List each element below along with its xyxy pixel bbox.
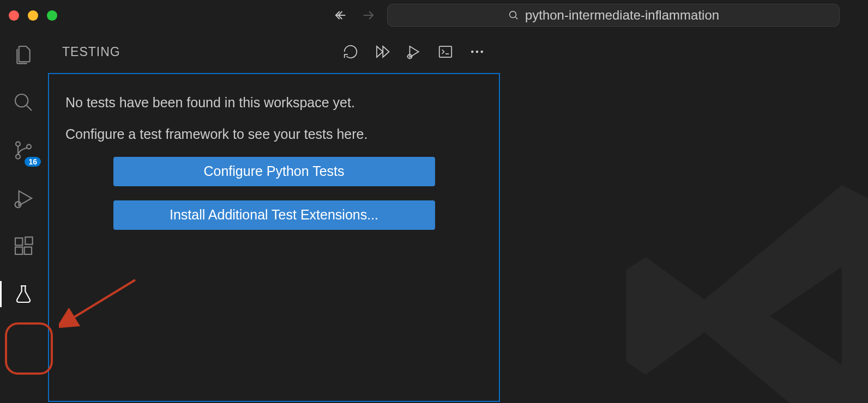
source-control-badge: 16 [25,157,41,167]
search-icon [508,9,520,21]
refresh-icon [342,44,359,60]
command-center-search[interactable]: python-intermediate-inflammation [387,4,840,27]
svg-rect-9 [25,237,32,244]
svg-point-2 [16,142,20,146]
configure-button-label: Configure Python Tests [203,163,344,179]
search-view-button[interactable] [10,89,37,115]
svg-point-4 [27,144,31,149]
run-debug-view-button[interactable] [10,185,37,211]
panel-title: TESTING [62,45,120,59]
panel-header: TESTING [47,30,501,73]
history-nav [333,8,376,23]
svg-point-13 [476,51,479,53]
terminal-icon [437,44,454,60]
explorer-view-button[interactable] [10,41,37,68]
svg-rect-8 [25,247,32,254]
svg-point-3 [16,155,20,159]
ellipsis-icon [469,44,485,60]
testing-view-button[interactable] [10,281,37,307]
welcome-message-1: No tests have been found in this workspa… [65,94,483,112]
source-control-view-button[interactable]: 16 [10,137,37,163]
vscode-watermark-icon [606,152,868,403]
search-text: python-intermediate-inflammation [525,8,719,23]
editor-area [502,30,868,403]
debug-tests-button[interactable] [405,43,423,60]
close-window-button[interactable] [9,10,19,21]
debug-icon [13,187,34,209]
run-all-tests-button[interactable] [373,43,391,60]
svg-rect-6 [15,238,22,245]
testing-welcome-view: No tests have been found in this workspa… [48,73,500,402]
install-button-label: Install Additional Test Extensions... [170,207,378,223]
svg-rect-7 [15,247,22,254]
svg-rect-11 [439,46,452,57]
extensions-view-button[interactable] [10,233,37,259]
more-actions-button[interactable] [468,43,486,60]
welcome-message-2: Configure a test framework to see your t… [65,125,483,144]
window-controls [9,10,57,21]
svg-point-12 [471,51,474,53]
svg-point-14 [481,51,484,53]
files-icon [13,44,34,65]
nav-back-button[interactable] [333,8,348,23]
configure-python-tests-button[interactable]: Configure Python Tests [113,157,435,186]
search-icon [13,91,34,113]
activity-bar: 16 [0,30,47,403]
beaker-icon [13,283,34,305]
svg-point-1 [15,94,28,107]
testing-side-panel: TESTING No tests have bee [47,30,502,403]
minimize-window-button[interactable] [28,10,38,21]
nav-forward-button[interactable] [361,8,376,23]
install-test-extensions-button[interactable]: Install Additional Test Extensions... [113,200,435,230]
refresh-tests-button[interactable] [342,43,359,60]
debug-run-icon [406,44,422,60]
svg-point-0 [510,11,516,18]
titlebar: python-intermediate-inflammation [0,0,868,30]
maximize-window-button[interactable] [47,10,57,21]
run-all-icon [374,44,390,60]
extensions-icon [13,235,34,257]
panel-actions [342,43,486,60]
show-output-button[interactable] [437,43,454,60]
